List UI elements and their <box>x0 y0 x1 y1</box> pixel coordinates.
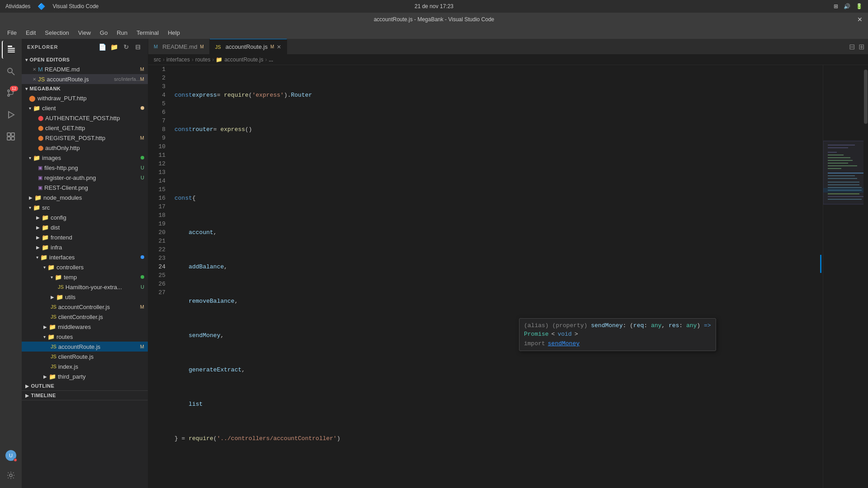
controllers-name: controllers <box>57 264 148 271</box>
code-editor[interactable]: const express = require('express').Route… <box>171 65 823 488</box>
os-activities[interactable]: Atividades <box>5 3 30 9</box>
breadcrumb-src[interactable]: src <box>154 56 161 63</box>
tree-withdraw[interactable]: ⬤ withdraw_PUT.http <box>22 93 148 103</box>
vertical-scrollbar-track[interactable] <box>863 65 868 488</box>
infra-chevron: ▶ <box>36 245 40 250</box>
outline-section[interactable]: ▶ Outline <box>22 381 148 391</box>
tab-accountroute[interactable]: JS accountRoute.js M ✕ <box>210 39 287 55</box>
tree-rest-client[interactable]: ▣ REST-Client.png <box>22 183 148 192</box>
tab-accountroute-close[interactable]: ✕ <box>277 44 281 50</box>
open-editor-accountroute[interactable]: ✕ JS accountRoute.js src/interfa... M <box>22 74 148 84</box>
tree-images[interactable]: ▾ 📁 images <box>22 153 148 163</box>
tree-controllers[interactable]: ▾ 📁 controllers <box>22 262 148 272</box>
activity-git-icon[interactable]: 12 <box>2 84 20 102</box>
refresh-icon[interactable]: ↻ <box>122 42 131 52</box>
tree-authenticate[interactable]: ⬤ AUTHENTICATE_POST.http <box>22 113 148 123</box>
open-editor-readme[interactable]: ✕ M README.md M <box>22 64 148 74</box>
menu-run[interactable]: Run <box>113 28 131 37</box>
code-line-6: addBalance, <box>175 263 823 271</box>
tree-temp[interactable]: ▾ 📁 temp <box>22 272 148 282</box>
sidebar-content: ▾ Open Editors ✕ M README.md M ✕ JS acco… <box>22 55 148 488</box>
menu-help[interactable]: Help <box>164 28 184 37</box>
accountcontroller-badge: M <box>140 304 144 310</box>
popup-line1: (alias) (property) sendMoney: (req: any,… <box>524 321 711 330</box>
code-line-10: list <box>175 400 823 408</box>
window-title: accountRoute.js - MegaBank - Visual Stud… <box>374 16 495 23</box>
ln-23: 23 <box>148 254 165 263</box>
code-container[interactable]: 1 2 3 4 5 6 7 8 9 10 11 12 13 14 15 16 1… <box>148 65 868 488</box>
routes-name: routes <box>57 333 148 340</box>
activity-settings-icon[interactable] <box>2 466 20 484</box>
menu-selection[interactable]: Selection <box>41 28 72 37</box>
tree-utils[interactable]: ▶ 📁 utils <box>22 292 148 302</box>
os-app-name[interactable]: Visual Studio Code <box>52 3 99 9</box>
tree-hamilton[interactable]: JS Hamilton-your-extra... U <box>22 282 148 292</box>
tree-authonly[interactable]: ⬤ authOnly.http <box>22 143 148 153</box>
timeline-chevron: ▶ <box>25 393 29 398</box>
menu-terminal[interactable]: Terminal <box>133 28 162 37</box>
tree-config[interactable]: ▶ 📁 config <box>22 212 148 222</box>
breadcrumb-ellipsis[interactable]: ... <box>269 56 273 63</box>
activity-debug-icon[interactable] <box>2 106 20 124</box>
breadcrumb-accountroute[interactable]: accountRoute.js <box>224 56 263 63</box>
window-close-button[interactable]: ✕ <box>857 16 863 23</box>
tree-src[interactable]: ▾ 📁 src <box>22 202 148 212</box>
vertical-scrollbar-thumb[interactable] <box>864 70 868 124</box>
menu-view[interactable]: View <box>75 28 94 37</box>
tree-clientroute[interactable]: JS clientRoute.js <box>22 352 148 361</box>
popup-any1: any <box>651 322 661 329</box>
battery-icon: 🔋 <box>856 3 863 9</box>
tree-index[interactable]: JS index.js <box>22 361 148 371</box>
menu-file[interactable]: File <box>4 28 20 37</box>
megabank-section[interactable]: ▾ MegaBank <box>22 84 148 93</box>
breadcrumb-interfaces[interactable]: interfaces <box>166 56 190 63</box>
tree-frontend[interactable]: ▶ 📁 frontend <box>22 232 148 242</box>
tree-routes[interactable]: ▾ 📁 routes <box>22 332 148 342</box>
accountcontroller-name: accountController.js <box>58 304 140 310</box>
rest-client-icon: ▣ <box>38 185 42 191</box>
tree-register-post[interactable]: ⬤ REGISTER_POST.http M <box>22 133 148 143</box>
popup-import-link[interactable]: sendMoney <box>548 339 580 348</box>
new-file-icon[interactable]: 📄 <box>98 42 107 52</box>
timeline-section[interactable]: ▶ Timeline <box>22 391 148 400</box>
images-dot <box>141 156 144 160</box>
new-folder-icon[interactable]: 📁 <box>110 42 119 52</box>
tree-clientcontroller[interactable]: JS clientController.js <box>22 312 148 322</box>
breadcrumb-routes[interactable]: routes <box>195 56 210 63</box>
menu-go[interactable]: Go <box>96 28 111 37</box>
node-modules-name: node_modules <box>43 194 148 201</box>
tree-infra[interactable]: ▶ 📁 infra <box>22 242 148 252</box>
tree-middlewares[interactable]: ▶ 📁 middlewares <box>22 322 148 332</box>
tree-client-get[interactable]: ⬤ client_GET.http <box>22 123 148 133</box>
collapse-all-icon[interactable]: ⊟ <box>133 42 142 52</box>
accountroute-close-icon[interactable]: ✕ <box>33 77 36 82</box>
activity-search-icon[interactable] <box>2 62 20 80</box>
tab-readme[interactable]: M README.md M <box>148 39 210 55</box>
popup-void: void <box>557 330 571 338</box>
activity-explorer-icon[interactable] <box>2 41 20 59</box>
activity-accounts-icon[interactable]: U <box>2 446 20 465</box>
tree-third-party[interactable]: ▶ 📁 third_party <box>22 371 148 381</box>
activity-extensions-icon[interactable] <box>2 127 20 145</box>
editor-layout-icon[interactable]: ⊞ <box>859 42 864 51</box>
code-line-4: const { <box>175 194 823 202</box>
ln-7: 7 <box>148 117 165 125</box>
dist-icon: 📁 <box>42 224 49 231</box>
split-editor-icon[interactable]: ⊟ <box>849 42 855 51</box>
tree-register-auth[interactable]: ▣ register-or-auth.png U <box>22 173 148 183</box>
breadcrumb-sep4: › <box>265 56 267 63</box>
readme-close-icon[interactable]: ✕ <box>33 67 36 72</box>
tree-files-http[interactable]: ▣ files-http.png U <box>22 163 148 173</box>
open-editors-tree: ✕ M README.md M ✕ JS accountRoute.js src… <box>22 64 148 84</box>
popup-res: res <box>669 322 679 329</box>
tree-interfaces[interactable]: ▾ 📁 interfaces <box>22 252 148 262</box>
tree-client[interactable]: ▾ 📁 client <box>22 103 148 113</box>
client-chevron: ▾ <box>29 106 31 111</box>
open-editors-section[interactable]: ▾ Open Editors <box>22 55 148 64</box>
menu-edit[interactable]: Edit <box>22 28 39 37</box>
tree-accountroute[interactable]: JS accountRoute.js M <box>22 342 148 352</box>
tree-dist[interactable]: ▶ 📁 dist <box>22 222 148 232</box>
tree-node-modules[interactable]: ▶ 📁 node_modules <box>22 192 148 202</box>
line-numbers: 1 2 3 4 5 6 7 8 9 10 11 12 13 14 15 16 1… <box>148 65 171 488</box>
tree-accountcontroller[interactable]: JS accountController.js M <box>22 302 148 312</box>
